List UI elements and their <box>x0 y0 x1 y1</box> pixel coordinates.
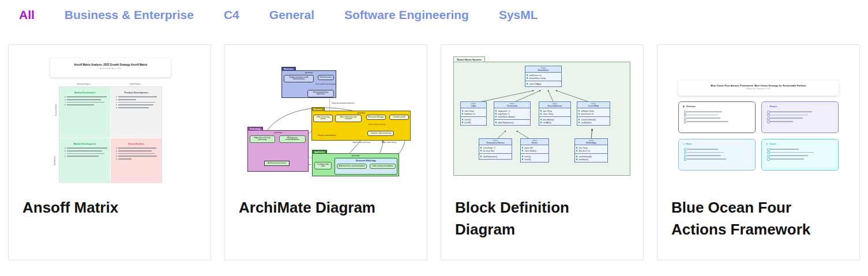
template-card-grid: Ansoff Matrix Analysis: 2025 Growth Stra… <box>0 44 868 260</box>
bdd-thumbnail: Smart Home System <box>446 48 638 191</box>
trend-up-icon: ↗ <box>683 143 685 145</box>
trash-icon: 🗑 <box>683 105 685 108</box>
blue-ocean-doc-header: Blue Ocean Four Actions Framework: Blue … <box>678 81 839 96</box>
edge-label: Guides personalization experience <box>332 103 355 104</box>
edge-label: Supports order processing <box>352 142 370 143</box>
blue-ocean-thumbnail: Blue Ocean Four Actions Framework: Blue … <box>663 48 854 191</box>
blue-ocean-doc-title: Blue Ocean Four Actions Framework: Blue … <box>678 81 839 87</box>
card-title-archimate-diagram: ArchiMate Diagram <box>225 191 427 218</box>
bo-quadrant-reduce: →Reduce <box>761 101 839 133</box>
blue-ocean-grid: 🗑Eliminate →Reduce ↗Raise <box>678 101 839 171</box>
tab-all[interactable]: All <box>19 8 35 22</box>
template-card-archimate-diagram[interactable]: Motivation «grouping» Budget constraints… <box>224 44 427 260</box>
template-card-ansoff-matrix[interactable]: Ansoff Matrix Analysis: 2025 Growth Stra… <box>8 44 211 260</box>
quadrant-product-development: Product Development <box>111 87 161 138</box>
uml-block-light: «block»Light color: String brightness: i… <box>460 101 487 126</box>
ansoff-col-label-new: New Products <box>110 83 161 85</box>
uml-block-smarthome: «block»SmartHome totalDevices: int netwo… <box>525 66 562 87</box>
ansoff-row-label-existing: Existing Markets <box>55 104 57 116</box>
card-title-ansoff-matrix: Ansoff Matrix <box>9 191 211 218</box>
uml-block-temperaturesensor: «block»TemperatureSensor currentTemp: °C… <box>479 138 512 160</box>
template-filter-tabs: All Business & Enterprise C4 General Sof… <box>0 0 868 22</box>
tab-c4[interactable]: C4 <box>224 8 239 22</box>
edge-label: Provides recommendations <box>318 135 336 137</box>
archimate-package-technology: Technology «grouping» Edge device for lo… <box>247 130 309 172</box>
ansoff-thumbnail: Ansoff Matrix Analysis: 2025 Growth Stra… <box>14 48 205 191</box>
uml-block-centralhub: «block»CentralHub wifiSignal: String dev… <box>577 101 610 126</box>
ansoff-doc-title: Ansoff Matrix Analysis: 2025 Growth Stra… <box>50 58 171 66</box>
bo-quadrant-raise: ↗Raise <box>678 139 756 171</box>
tab-software-engineering[interactable]: Software Engineering <box>344 8 469 22</box>
ansoff-doc-subtitle: Analysis Date: April 1, 2025 <box>50 67 171 70</box>
ansoff-doc-header: Ansoff Matrix Analysis: 2025 Growth Stra… <box>50 58 171 77</box>
reduce-arrow-icon: → <box>766 105 768 108</box>
bo-quadrant-eliminate: 🗑Eliminate <box>678 101 756 133</box>
uml-block-mobileapp: «block»MobileApp user: String deviceList… <box>574 138 608 162</box>
pencil-icon: ✎ <box>766 143 768 145</box>
uml-block-heater: «block»Heater power: kW status: Boolean … <box>520 138 549 162</box>
tab-sysml[interactable]: SysML <box>499 8 538 22</box>
tab-general[interactable]: General <box>269 8 314 22</box>
bo-quadrant-create: ✎Create <box>761 139 839 171</box>
quadrant-market-development: Market Development <box>59 138 110 183</box>
archimate-package-application: Application «grouping» Customer order da… <box>312 153 399 176</box>
card-title-blue-ocean: Blue Ocean Four Actions Framework <box>657 191 859 240</box>
edge-label: Triggers order tracking <box>381 142 396 143</box>
archimate-thumbnail: Motivation «grouping» Budget constraints… <box>230 48 422 191</box>
quadrant-diversification: Diversification <box>111 138 161 183</box>
blue-ocean-doc-subtitle: Analysis Date: September 19, 2025 <box>678 88 839 90</box>
uml-block-thermostat: «block»Thermostat temperature: °C target… <box>494 101 531 126</box>
ansoff-col-label-existing: Existing Products <box>58 83 110 85</box>
ansoff-row-label-new: New Markets <box>54 156 56 165</box>
uml-block-securitysensor: «block»SecuritySensor type: String statu… <box>539 101 571 126</box>
quadrant-market-penetration: Market Penetration <box>59 87 110 138</box>
card-title-block-definition-diagram: Block Definition Diagram <box>441 191 643 240</box>
tab-business-enterprise[interactable]: Business & Enterprise <box>65 8 194 22</box>
archimate-package-motivation: Motivation «grouping» Budget constraints… <box>281 70 336 98</box>
ansoff-matrix: Market Penetration Product Development M… <box>59 86 162 183</box>
template-card-blue-ocean-four-actions[interactable]: Blue Ocean Four Actions Framework: Blue … <box>657 44 860 260</box>
template-card-block-definition-diagram[interactable]: Smart Home System <box>441 44 644 260</box>
